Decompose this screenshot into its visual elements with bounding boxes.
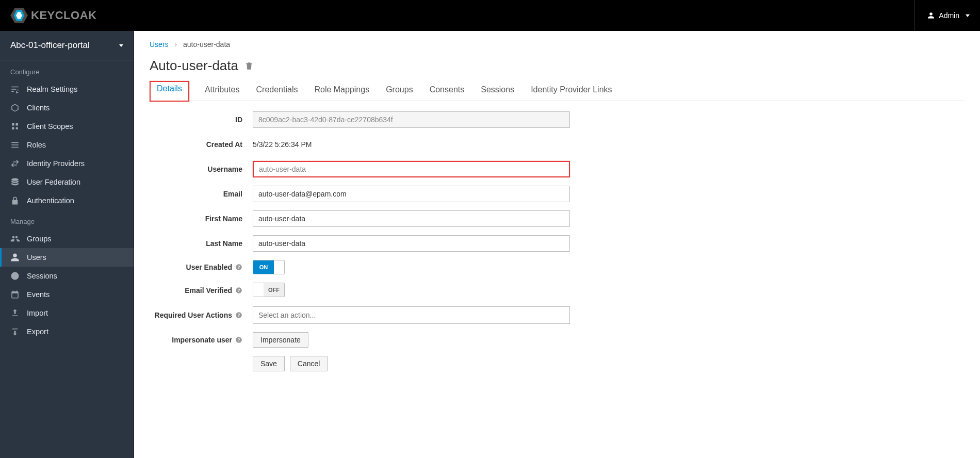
cancel-button[interactable]: Cancel bbox=[290, 356, 328, 371]
label-username: Username bbox=[150, 165, 253, 173]
calendar-icon bbox=[10, 290, 20, 299]
sidebar-item-realm-settings[interactable]: Realm Settings bbox=[0, 80, 134, 99]
annotation-box-details-tab: Details bbox=[150, 81, 189, 102]
breadcrumb-parent[interactable]: Users bbox=[150, 40, 169, 48]
chevron-down-icon bbox=[119, 44, 123, 47]
id-field bbox=[253, 111, 570, 128]
sidebar: Abc-01-officer-portal Configure Realm Se… bbox=[0, 31, 134, 458]
label-email: Email bbox=[150, 190, 253, 198]
tab-details[interactable]: Details bbox=[156, 80, 183, 98]
save-button[interactable]: Save bbox=[253, 356, 285, 371]
last-name-field[interactable] bbox=[253, 235, 570, 252]
user-icon bbox=[927, 12, 935, 19]
tab-groups[interactable]: Groups bbox=[385, 81, 414, 101]
trash-icon[interactable] bbox=[244, 61, 254, 71]
sidebar-item-label: Clients bbox=[27, 104, 50, 112]
label-required-actions: Required User Actions ? bbox=[150, 311, 253, 319]
sidebar-item-label: Client Scopes bbox=[27, 122, 73, 130]
toggle-handle bbox=[274, 260, 284, 274]
sidebar-item-users[interactable]: Users bbox=[0, 248, 134, 267]
keycloak-logo-icon bbox=[10, 8, 28, 23]
top-bar: KEYCLOAK Admin bbox=[0, 0, 980, 31]
sidebar-item-events[interactable]: Events bbox=[0, 285, 134, 304]
cube-icon bbox=[10, 103, 20, 112]
toggle-off-label: OFF bbox=[264, 283, 284, 297]
help-icon[interactable]: ? bbox=[235, 336, 242, 343]
help-icon[interactable]: ? bbox=[235, 264, 242, 271]
username-field[interactable] bbox=[253, 161, 570, 177]
tab-role-mappings[interactable]: Role Mappings bbox=[313, 81, 370, 101]
tab-sessions[interactable]: Sessions bbox=[480, 81, 515, 101]
sidebar-item-user-federation[interactable]: User Federation bbox=[0, 173, 134, 191]
breadcrumb-current: auto-user-data bbox=[183, 40, 230, 48]
user-enabled-toggle[interactable]: ON bbox=[253, 260, 285, 274]
toggle-handle bbox=[253, 283, 264, 297]
sidebar-item-label: User Federation bbox=[27, 178, 80, 186]
breadcrumb-separator: › bbox=[174, 40, 177, 48]
sidebar-item-groups[interactable]: Groups bbox=[0, 230, 134, 248]
breadcrumb: Users › auto-user-data bbox=[150, 40, 965, 48]
page-title-row: Auto-user-data bbox=[150, 58, 965, 74]
realm-name: Abc-01-officer-portal bbox=[10, 40, 90, 51]
realm-selector[interactable]: Abc-01-officer-portal bbox=[0, 31, 134, 60]
sidebar-item-label: Realm Settings bbox=[27, 85, 77, 93]
groups-icon bbox=[10, 234, 20, 243]
sliders-icon bbox=[10, 85, 20, 94]
sidebar-section-configure: Configure bbox=[0, 60, 134, 80]
user-label: Admin bbox=[939, 11, 959, 20]
tab-identity-provider-links[interactable]: Identity Provider Links bbox=[530, 81, 613, 101]
svg-text:?: ? bbox=[238, 265, 240, 270]
email-verified-toggle[interactable]: OFF bbox=[253, 283, 285, 297]
svg-text:?: ? bbox=[238, 313, 240, 318]
brand[interactable]: KEYCLOAK bbox=[10, 8, 96, 23]
sidebar-item-client-scopes[interactable]: Client Scopes bbox=[0, 117, 134, 136]
scopes-icon bbox=[10, 122, 20, 131]
first-name-field[interactable] bbox=[253, 210, 570, 227]
sidebar-item-label: Authentication bbox=[27, 197, 74, 205]
brand-text: KEYCLOAK bbox=[31, 9, 96, 22]
sidebar-item-label: Identity Providers bbox=[27, 159, 85, 168]
sidebar-item-label: Roles bbox=[27, 141, 46, 149]
label-first-name: First Name bbox=[150, 215, 253, 223]
clock-icon bbox=[10, 271, 20, 281]
sidebar-section-manage: Manage bbox=[0, 210, 134, 230]
label-user-enabled: User Enabled ? bbox=[150, 263, 253, 271]
label-email-verified: Email Verified ? bbox=[150, 286, 253, 295]
required-actions-select[interactable] bbox=[253, 306, 570, 324]
sidebar-item-authentication[interactable]: Authentication bbox=[0, 191, 134, 210]
sidebar-item-clients[interactable]: Clients bbox=[0, 99, 134, 117]
sidebar-item-label: Users bbox=[27, 253, 46, 261]
tab-consents[interactable]: Consents bbox=[429, 81, 466, 101]
exchange-icon bbox=[10, 159, 20, 168]
tab-bar: Details Attributes Credentials Role Mapp… bbox=[150, 81, 965, 101]
sidebar-item-roles[interactable]: Roles bbox=[0, 136, 134, 154]
list-icon bbox=[10, 140, 20, 150]
impersonate-button[interactable]: Impersonate bbox=[253, 332, 308, 348]
sidebar-item-import[interactable]: Import bbox=[0, 304, 134, 322]
sidebar-item-label: Groups bbox=[27, 235, 52, 243]
sidebar-item-label: Export bbox=[27, 328, 48, 336]
label-impersonate: Impersonate user ? bbox=[150, 336, 253, 344]
sidebar-item-sessions[interactable]: Sessions bbox=[0, 267, 134, 285]
database-icon bbox=[10, 177, 20, 187]
sidebar-item-label: Import bbox=[27, 309, 48, 317]
sidebar-item-label: Sessions bbox=[27, 272, 57, 280]
label-created-at: Created At bbox=[150, 140, 253, 149]
label-id: ID bbox=[150, 116, 253, 124]
svg-text:?: ? bbox=[238, 338, 240, 342]
tab-credentials[interactable]: Credentials bbox=[255, 81, 299, 101]
export-icon bbox=[10, 327, 20, 336]
email-field[interactable] bbox=[253, 186, 570, 202]
help-icon[interactable]: ? bbox=[235, 287, 242, 294]
tab-attributes[interactable]: Attributes bbox=[204, 81, 241, 101]
page-title: Auto-user-data bbox=[150, 58, 238, 74]
main-content: Users › auto-user-data Auto-user-data De… bbox=[134, 31, 980, 458]
sidebar-item-export[interactable]: Export bbox=[0, 322, 134, 341]
toggle-on-label: ON bbox=[253, 260, 274, 274]
sidebar-item-label: Events bbox=[27, 290, 50, 299]
sidebar-item-identity-providers[interactable]: Identity Providers bbox=[0, 154, 134, 173]
import-icon bbox=[10, 308, 20, 318]
user-menu[interactable]: Admin bbox=[914, 0, 970, 31]
label-last-name: Last Name bbox=[150, 239, 253, 248]
help-icon[interactable]: ? bbox=[235, 312, 242, 319]
